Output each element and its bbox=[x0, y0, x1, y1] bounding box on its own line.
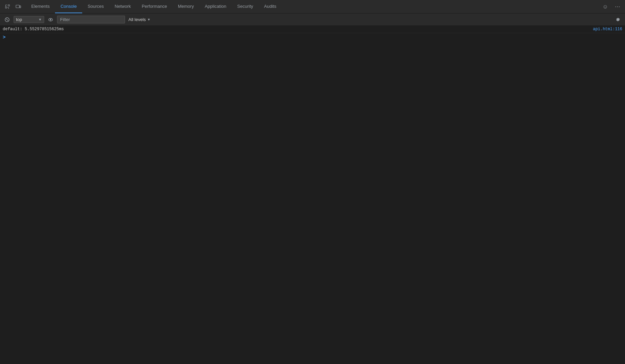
log-message: default: 5.552978515625ms bbox=[3, 27, 590, 32]
context-value: top bbox=[16, 17, 22, 22]
device-toggle-button[interactable] bbox=[14, 2, 23, 12]
svg-point-7 bbox=[50, 19, 51, 20]
nav-right-icons: ☺ ⋯ bbox=[601, 2, 622, 12]
svg-line-5 bbox=[6, 19, 8, 21]
tab-network[interactable]: Network bbox=[109, 0, 137, 13]
console-settings-button[interactable] bbox=[613, 15, 622, 24]
tab-sources[interactable]: Sources bbox=[82, 0, 109, 13]
levels-arrow-icon: ▼ bbox=[147, 18, 150, 21]
console-log-entry: default: 5.552978515625ms api.html:116 bbox=[0, 26, 625, 33]
more-options-icon[interactable]: ⋯ bbox=[613, 2, 622, 12]
context-selector[interactable]: top ▼ bbox=[14, 16, 44, 23]
live-expressions-button[interactable] bbox=[46, 15, 55, 24]
devtools-navbar: Elements Console Sources Network Perform… bbox=[0, 0, 625, 14]
inspect-element-button[interactable] bbox=[3, 2, 12, 12]
svg-rect-3 bbox=[20, 6, 21, 8]
context-arrow-icon: ▼ bbox=[38, 18, 42, 21]
svg-rect-0 bbox=[5, 7, 7, 8]
log-levels-label: All levels bbox=[128, 17, 146, 22]
filter-input[interactable] bbox=[57, 16, 125, 23]
tab-application[interactable]: Application bbox=[199, 0, 232, 13]
log-source-link[interactable]: api.html:116 bbox=[593, 27, 622, 32]
tab-console[interactable]: Console bbox=[55, 0, 82, 13]
svg-rect-2 bbox=[16, 5, 19, 8]
clear-console-button[interactable] bbox=[3, 15, 12, 24]
svg-rect-1 bbox=[8, 5, 10, 6]
nav-icon-group bbox=[3, 2, 23, 12]
console-input-line[interactable]: > bbox=[0, 33, 625, 41]
log-levels-selector[interactable]: All levels ▼ bbox=[127, 16, 152, 23]
tab-audits[interactable]: Audits bbox=[258, 0, 282, 13]
tab-elements[interactable]: Elements bbox=[26, 0, 55, 13]
console-output: default: 5.552978515625ms api.html:116 > bbox=[0, 26, 625, 364]
emoji-icon[interactable]: ☺ bbox=[601, 2, 610, 12]
console-prompt-symbol: > bbox=[3, 35, 5, 40]
console-toolbar: top ▼ All levels ▼ bbox=[0, 14, 625, 26]
tab-security[interactable]: Security bbox=[232, 0, 258, 13]
tab-memory[interactable]: Memory bbox=[173, 0, 199, 13]
tab-performance[interactable]: Performance bbox=[136, 0, 172, 13]
devtools-tabs: Elements Console Sources Network Perform… bbox=[26, 0, 601, 13]
